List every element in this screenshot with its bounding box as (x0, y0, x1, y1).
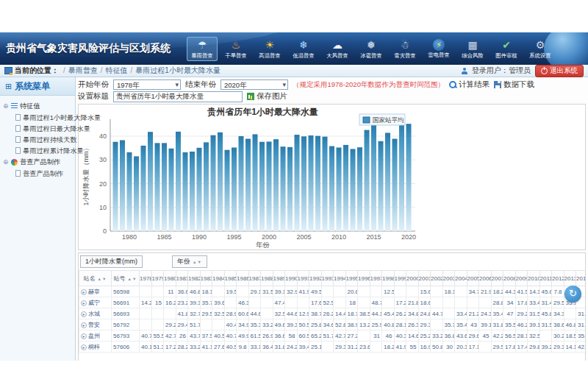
station-name-cell: ▸盘州 (79, 330, 112, 342)
tree-group-label: 特征值 (20, 102, 40, 111)
year-column-header[interactable]: 1998 (382, 271, 395, 286)
tree-group[interactable]: ⊕普查产品制作 (3, 156, 74, 168)
nav-item-settings[interactable]: ⚙系统设置 (525, 37, 556, 61)
map-review-icon: ✔ (498, 38, 514, 52)
year-column-header[interactable]: 1984 (212, 271, 225, 286)
year-column-header[interactable]: 1987 (248, 271, 261, 286)
year-column-header[interactable]: 1980 (164, 271, 176, 286)
value-cell: 40.8 (382, 319, 395, 330)
year-column-header[interactable]: 1992 (309, 271, 322, 286)
year-column-header[interactable]: 2003 (442, 271, 455, 286)
year-column-header[interactable]: 1979 (151, 271, 164, 286)
row-expand-icon[interactable]: ▸ (81, 333, 87, 339)
measure-chip[interactable]: 1小时降水量(mm) (80, 255, 143, 268)
value-cell: 39.6 (212, 297, 225, 308)
value-cell: 29.1 (248, 286, 261, 297)
save-image-button[interactable]: 保存图片 (247, 91, 287, 102)
value-cell: 43 (467, 319, 479, 330)
year-column-header[interactable]: 1993 (321, 271, 334, 286)
image-icon (247, 93, 254, 100)
column-header-站名[interactable]: 站名▲▼ (79, 271, 112, 286)
year-column-header[interactable]: 2006 (479, 271, 492, 286)
nav-item-high-temp[interactable]: ☀高温普查 (254, 37, 285, 61)
year-column-header[interactable]: 1989 (273, 271, 285, 286)
year-column-header[interactable]: 1986 (237, 271, 249, 286)
year-column-header[interactable]: 2007 (491, 271, 503, 286)
start-year-select[interactable]: 1978年 (113, 79, 181, 90)
expand-icon[interactable]: ⊕ (3, 158, 9, 166)
year-column-header[interactable]: 1995 (345, 271, 358, 286)
row-expand-icon[interactable]: ▸ (81, 300, 87, 306)
nav-item-lightning[interactable]: ⚡雷电普查 (423, 37, 454, 61)
year-column-header[interactable]: 2009 (515, 271, 528, 286)
breadcrumb-item[interactable]: 暴雨普查 (62, 66, 98, 74)
year-column-header[interactable]: 2001 (418, 271, 431, 286)
value-cell: 43.7 (188, 330, 201, 342)
year-column-header[interactable]: 1985 (224, 271, 237, 286)
end-year-select[interactable]: 2020年 (220, 79, 288, 90)
nav-item-label: 雷电普查 (428, 51, 449, 58)
nav-item-rainstorm[interactable]: ☂暴雨普查 (187, 37, 218, 61)
menu-window-icon: ⊞ (5, 82, 12, 91)
value-cell: 40.7 (140, 330, 152, 342)
year-column-header[interactable]: 2014 (576, 271, 586, 286)
nav-item-map-review[interactable]: ✔图件审核 (491, 37, 522, 61)
breadcrumb-item[interactable]: 特征值 (99, 66, 128, 74)
refresh-float-button[interactable]: ↻ (564, 286, 581, 302)
value-cell: 35.4 (455, 319, 467, 330)
year-column-header[interactable]: 1997 (370, 271, 382, 286)
data-download-button[interactable]: 数据下载 (494, 79, 534, 90)
calc-result-button[interactable]: 计算结果 (449, 79, 490, 90)
value-cell (370, 286, 382, 297)
expand-icon[interactable]: ⊕ (3, 102, 9, 110)
year-column-header[interactable]: 1982 (188, 271, 201, 286)
year-column-header[interactable]: 2010 (528, 271, 540, 286)
year-field-chip[interactable]: 年份▲▼ (172, 255, 207, 268)
nav-item-wind[interactable]: ☁大风普查 (322, 37, 353, 61)
year-column-header[interactable]: 1988 (261, 271, 273, 286)
year-column-header[interactable]: 1999 (394, 271, 406, 286)
value-cell: 26.2 (321, 308, 334, 319)
value-cell: 28.9 (224, 308, 237, 319)
year-column-header[interactable]: 2013 (564, 271, 576, 286)
tree-item[interactable]: 暴雨过程累计降水量 (3, 145, 74, 156)
tree-item[interactable]: 普查产品制作 (3, 168, 74, 179)
year-column-header[interactable]: 1981 (176, 271, 188, 286)
nav-item-low-temp[interactable]: ❄低温普查 (288, 37, 319, 61)
nav-item-hail[interactable]: ❅冰雹普查 (356, 37, 387, 61)
year-column-header[interactable]: 1994 (334, 271, 346, 286)
row-expand-icon[interactable]: ▸ (81, 322, 87, 328)
year-column-header[interactable]: 1983 (200, 271, 212, 286)
nav-item-risk[interactable]: ▦综合风险 (457, 37, 488, 61)
year-column-header[interactable]: 2000 (406, 271, 419, 286)
tree-item[interactable]: 暴雨过程持续天数 (3, 134, 74, 145)
year-column-header[interactable]: 1996 (358, 271, 370, 286)
row-expand-icon[interactable]: ▸ (81, 311, 87, 317)
row-expand-icon[interactable]: ▸ (81, 289, 87, 295)
nav-item-drought[interactable]: ♨干旱普查 (220, 37, 251, 61)
tree-group[interactable]: ⊕特征值 (3, 100, 74, 112)
year-column-header[interactable]: 1991 (297, 271, 309, 286)
tree-item[interactable]: 暴雨过程1小时最大降水量 (3, 112, 74, 123)
year-column-header[interactable]: 2008 (503, 271, 516, 286)
value-cell: 39.1 (479, 319, 492, 330)
value-cell: 25.8 (309, 319, 322, 330)
breadcrumb-item[interactable]: 暴雨过程1小时最大降水量 (129, 66, 220, 74)
column-header-站号[interactable]: 站号▲▼ (112, 271, 140, 286)
logout-button[interactable]: 退出系统 (535, 65, 584, 77)
rainstorm-icon: ☂ (194, 38, 210, 52)
value-cell: 51.7 (188, 319, 201, 330)
tree-item[interactable]: 暴雨过程日最大降水量 (3, 123, 74, 134)
year-column-header[interactable]: 2004 (455, 271, 467, 286)
year-column-header[interactable]: 2012 (552, 271, 564, 286)
nav-item-snow[interactable]: ☃雪灾普查 (390, 37, 420, 61)
row-expand-icon[interactable]: ▸ (81, 344, 87, 350)
chart-title-input[interactable] (113, 91, 243, 102)
year-column-header[interactable]: 1990 (285, 271, 298, 286)
year-column-header[interactable]: 2002 (431, 271, 443, 286)
year-column-header[interactable]: 1978 (140, 271, 152, 286)
year-column-header[interactable]: 2011 (539, 271, 552, 286)
year-column-header[interactable]: 2005 (467, 271, 479, 286)
sort-arrows-icon: ▲▼ (98, 277, 107, 281)
top-margin (0, 0, 588, 32)
